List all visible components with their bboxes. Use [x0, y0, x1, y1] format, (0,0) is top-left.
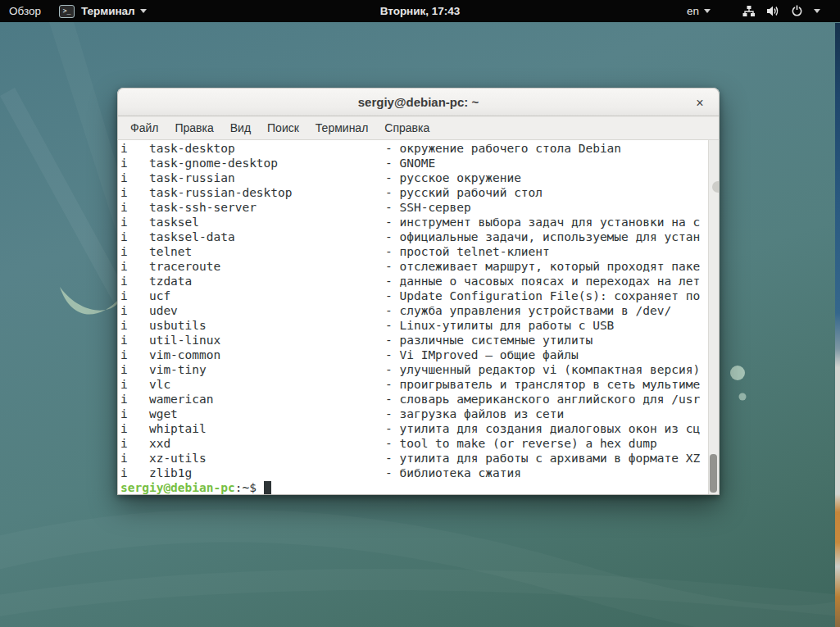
keyboard-layout-chevron-icon [704, 9, 711, 13]
window-titlebar[interactable]: sergiy@debian-pc: ~ × [117, 88, 720, 116]
terminal-content[interactable]: i task-desktop - окружение рабочего стол… [117, 140, 720, 495]
terminal-output-line: i xz-utils - утилита для работы с архива… [120, 451, 719, 466]
terminal-output-line: i tasksel - инструмент выбора задач для … [120, 215, 719, 229]
terminal-output-line: i task-russian-desktop - русский рабочий… [120, 185, 719, 200]
terminal-output-line: i wget - загрузка файлов из сети [120, 407, 719, 421]
system-menu-chevron-icon[interactable] [814, 9, 820, 13]
window-title: sergiy@debian-pc: ~ [358, 95, 479, 109]
menu-item[interactable]: Справка [376, 118, 438, 138]
menu-item[interactable]: Поиск [259, 118, 307, 138]
menu-item[interactable]: Правка [166, 118, 221, 138]
terminal-output-line: i zlib1g - библиотека сжатия [120, 466, 719, 480]
terminal-cursor[interactable] [264, 481, 271, 494]
gnome-top-bar: Обзор >_ Терминал Вторник, 17:43 en [0, 0, 840, 22]
terminal-window: sergiy@debian-pc: ~ × ФайлПравкаВидПоиск… [117, 88, 720, 495]
network-icon[interactable] [742, 5, 756, 17]
terminal-output-line: i vlc - проигрыватель и транслятор в сет… [120, 377, 719, 392]
terminal-output-line: i task-desktop - окружение рабочего стол… [120, 141, 719, 156]
terminal-output-line: i tzdata - данные о часовых поясах и пер… [120, 274, 719, 289]
system-status-area[interactable]: en [687, 5, 820, 17]
terminal-output-line: i wamerican - словарь американского англ… [120, 392, 719, 407]
terminal-output: i task-desktop - окружение рабочего стол… [120, 141, 719, 480]
keyboard-layout-label: en [687, 5, 699, 17]
terminal-output-line: i traceroute - отслеживает маршрут, кото… [120, 259, 719, 274]
terminal-output-line: i vim-common - Vi IMproved — общие файлы [120, 348, 719, 362]
terminal-output-line: i task-gnome-desktop - GNOME [120, 156, 719, 170]
menu-item[interactable]: Вид [222, 118, 259, 138]
terminal-output-line: i xxd - tool to make (or reverse) a hex … [120, 436, 719, 451]
terminal-output-line: i task-ssh-server - SSH-сервер [120, 200, 719, 215]
menu-item[interactable]: Терминал [307, 118, 376, 138]
scrollbar-marker [712, 181, 719, 193]
terminal-output-line: i util-linux - различные системные утили… [120, 333, 719, 348]
terminal-output-line: i vim-tiny - улучшенный редактор vi (ком… [120, 362, 719, 377]
terminal-output-line: i task-russian - русское окружение [120, 170, 719, 185]
terminal-output-line: i ucf - Update Configuration File(s): со… [120, 289, 719, 303]
menu-item[interactable]: Файл [122, 118, 166, 138]
menu-bar: ФайлПравкаВидПоискТерминалСправка [117, 116, 720, 140]
terminal-prompt-line: sergiy@debian-pc:~$ [120, 480, 719, 495]
prompt-user-host: sergiy@debian-pc [120, 480, 235, 495]
terminal-output-line: i usbutils - Linux-утилиты для работы с … [120, 318, 719, 333]
scrollbar-track[interactable] [708, 140, 719, 495]
volume-icon[interactable] [766, 5, 780, 17]
terminal-output-line: i udev - служба управления устройствами … [120, 303, 719, 318]
scrollbar-thumb[interactable] [710, 454, 717, 493]
terminal-output-line: i tasksel-data - официальные задачи, исп… [120, 229, 719, 244]
background-window-edge [835, 23, 840, 627]
keyboard-layout-indicator[interactable]: en [687, 5, 711, 17]
prompt-symbol: $ [249, 480, 257, 495]
close-button[interactable]: × [691, 89, 709, 117]
power-icon[interactable] [791, 5, 803, 17]
terminal-output-line: i whiptail - утилита для создания диалог… [120, 421, 719, 436]
prompt-separator: : [235, 480, 243, 495]
terminal-output-line: i telnet - простой telnet-клиент [120, 244, 719, 259]
prompt-path: ~ [242, 480, 249, 495]
